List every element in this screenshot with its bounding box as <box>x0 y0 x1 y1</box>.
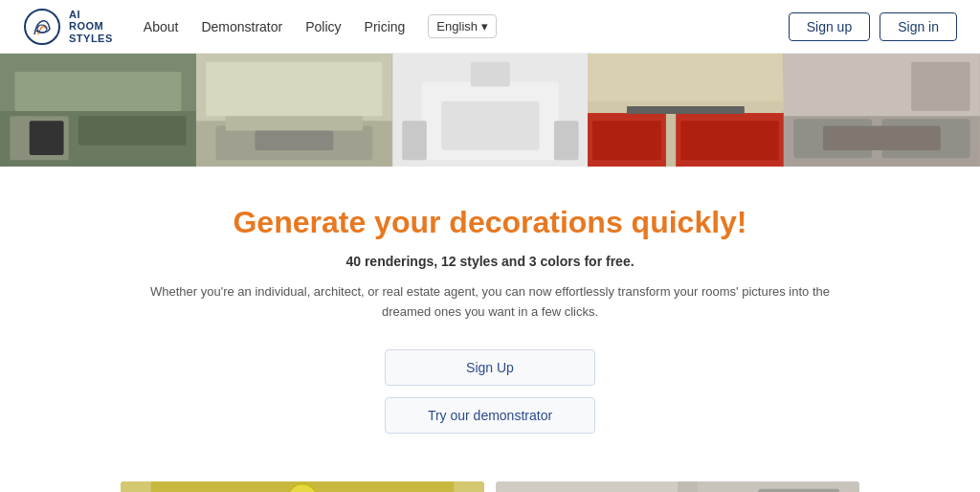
svg-rect-41 <box>454 481 484 492</box>
nav-demonstrator[interactable]: Demonstrator <box>201 19 282 34</box>
svg-rect-19 <box>402 121 427 160</box>
logo[interactable]: AI ROOM STYLES <box>23 8 113 46</box>
svg-rect-44 <box>496 481 678 492</box>
hero-image-grey-living <box>784 54 980 167</box>
nav-buttons: Sign up Sign in <box>789 12 957 41</box>
svg-rect-6 <box>14 72 181 111</box>
subheadline-text: 40 renderings, 12 styles and 3 colors fo… <box>345 254 634 269</box>
navbar: AI ROOM STYLES About Demonstrator Policy… <box>0 0 980 54</box>
signin-button[interactable]: Sign in <box>880 12 957 41</box>
signup-button[interactable]: Sign up <box>789 12 870 41</box>
chevron-down-icon: ▾ <box>481 19 488 34</box>
language-selector[interactable]: English ▾ <box>428 14 497 38</box>
bottom-preview-images <box>0 481 980 492</box>
cta-buttons: Sign Up Try our demonstrator <box>78 349 902 434</box>
svg-rect-13 <box>206 62 382 116</box>
nav-about[interactable]: About <box>144 19 179 34</box>
svg-rect-12 <box>255 131 333 150</box>
hero-image-living-room <box>196 54 392 167</box>
logo-text: AI ROOM STYLES <box>69 9 113 43</box>
language-label: English <box>436 19 478 34</box>
preview-image-grey-kitchen <box>496 481 859 492</box>
demonstrator-cta-button[interactable]: Try our demonstrator <box>385 397 595 434</box>
main-content: Generate your decorations quickly! 40 re… <box>59 167 921 462</box>
logo-icon <box>23 8 61 46</box>
hero-image-kitchen <box>0 54 196 167</box>
svg-rect-33 <box>823 125 941 150</box>
nav-pricing[interactable]: Pricing <box>365 19 406 34</box>
hero-image-red-kitchen <box>588 54 784 167</box>
svg-rect-25 <box>593 121 662 160</box>
svg-rect-47 <box>758 488 838 492</box>
preview-image-yellow-room <box>121 481 484 492</box>
svg-rect-26 <box>681 121 779 160</box>
svg-rect-35 <box>911 62 969 111</box>
hero-image-bathroom <box>392 54 589 167</box>
svg-rect-7 <box>30 121 64 155</box>
svg-rect-5 <box>78 116 187 145</box>
main-headline: Generate your decorations quickly! <box>78 205 902 240</box>
nav-policy[interactable]: Policy <box>305 19 341 34</box>
svg-rect-18 <box>471 62 510 87</box>
svg-rect-17 <box>441 101 539 150</box>
svg-rect-40 <box>121 481 151 492</box>
nav-links: About Demonstrator Policy Pricing Englis… <box>144 14 789 38</box>
signup-cta-button[interactable]: Sign Up <box>385 349 595 386</box>
svg-rect-20 <box>554 121 579 160</box>
svg-rect-28 <box>627 106 745 114</box>
description-text: Whether you're an individual, architect,… <box>136 282 844 323</box>
subheadline: 40 renderings, 12 styles and 3 colors fo… <box>78 254 902 269</box>
hero-images-strip <box>0 54 980 167</box>
